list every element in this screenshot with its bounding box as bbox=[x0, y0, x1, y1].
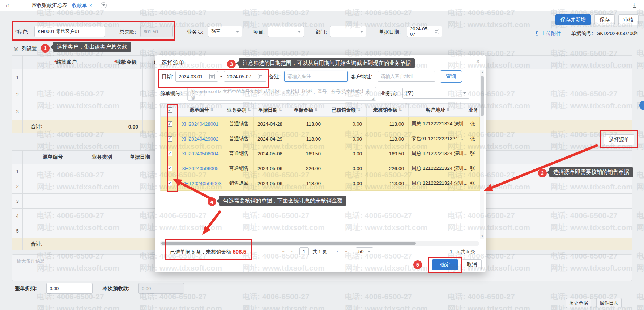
history-docs-button[interactable]: 历史单据 bbox=[566, 298, 591, 308]
date-from-input[interactable]: 2024-03-01 bbox=[175, 71, 218, 82]
unwritten-cell: -113.00 bbox=[367, 176, 409, 191]
row-checkbox[interactable]: ✓ bbox=[167, 136, 172, 142]
source-row[interactable]: ✓XH20240429002普通销售2024-04-29113.000.0011… bbox=[160, 131, 480, 146]
sort-icon[interactable]: ⇅ bbox=[357, 108, 360, 112]
written-off-cell: 0.00 bbox=[325, 117, 367, 131]
source-doc-link[interactable]: XH20240428001 bbox=[182, 121, 218, 127]
save-button[interactable]: 保存 bbox=[594, 14, 615, 25]
source-no-textarea[interactable] bbox=[187, 87, 376, 101]
download-icon[interactable]: ↓ bbox=[633, 2, 636, 8]
floating-widget[interactable] bbox=[639, 101, 644, 110]
pagination-next-icon[interactable]: › bbox=[336, 248, 338, 254]
chevron-down-icon bbox=[298, 31, 301, 33]
doc-date-cell: 2024-05-06 bbox=[254, 176, 286, 191]
sort-icon[interactable]: ⇅ bbox=[247, 108, 251, 112]
row-checkbox[interactable]: ✓ bbox=[167, 166, 172, 171]
tab-receivable-summary[interactable]: 应收账款汇总表 bbox=[32, 2, 67, 9]
row-checkbox[interactable]: ✓ bbox=[167, 151, 172, 156]
remark-filter-input[interactable]: 请输入备注 bbox=[284, 71, 348, 82]
search-button[interactable]: 查询 bbox=[440, 70, 462, 83]
column-header: *收款金额 bbox=[108, 55, 143, 69]
project-select[interactable] bbox=[268, 26, 304, 37]
home-icon[interactable]: ⌂ bbox=[6, 2, 9, 8]
column-header[interactable]: 单据金额⇅ bbox=[286, 103, 325, 117]
scroll-up-icon[interactable]: ▲ bbox=[480, 71, 485, 74]
tab-list-chevron-icon[interactable] bbox=[101, 2, 107, 8]
discount-input[interactable]: 0.00 bbox=[46, 283, 93, 294]
salesman-select[interactable]: 张三 bbox=[208, 26, 242, 37]
modal-salesman-select[interactable]: (空) bbox=[402, 88, 469, 99]
written-off-cell: 0.00 bbox=[325, 176, 367, 191]
biz-type-cell: 普通销售 bbox=[224, 131, 254, 146]
record-range-label: 1 - 5 共 5 条 bbox=[450, 248, 475, 255]
scrollbar-thumb[interactable] bbox=[161, 242, 416, 245]
source-doc-link[interactable]: XHT20240506003 bbox=[182, 181, 222, 186]
amount-cell: 113.00 bbox=[286, 117, 325, 131]
edit-icon[interactable]: ✎ bbox=[634, 30, 638, 35]
remark-label: 备注: bbox=[269, 74, 281, 80]
confirm-button[interactable]: 确定 bbox=[432, 259, 458, 270]
prepay-label: 本次预收款: bbox=[103, 285, 130, 292]
biz-type-cell: 普通销售 bbox=[224, 146, 254, 161]
tab-receipt[interactable]: 收款单× bbox=[72, 2, 92, 9]
audit-button[interactable]: 审核 bbox=[618, 14, 639, 25]
source-doc-link[interactable]: XH20240506005 bbox=[182, 166, 218, 171]
salesman-cell: 张 bbox=[467, 131, 480, 146]
amount-cell: 169.50 bbox=[286, 146, 325, 161]
select-all-checkbox[interactable]: ✓ bbox=[167, 107, 172, 113]
scroll-down-icon[interactable]: ▼ bbox=[480, 235, 485, 238]
tab-close-icon[interactable]: × bbox=[89, 3, 92, 8]
column-header[interactable]: 源单编号⇅ bbox=[179, 103, 224, 117]
biz-type-cell: 普通销售 bbox=[224, 161, 254, 176]
tab-receipt-label: 收款单 bbox=[72, 2, 87, 8]
column-settings-label[interactable]: 列设置 bbox=[22, 46, 37, 52]
column-header[interactable]: 单据日期⇅ bbox=[254, 103, 286, 117]
page-number-input[interactable]: 1 bbox=[299, 247, 309, 255]
source-row[interactable]: ✓XH20240506005普通销售2024-05-06226.000.0022… bbox=[160, 161, 480, 176]
page-size-select[interactable]: 50 bbox=[356, 247, 373, 255]
column-header[interactable]: 未核销金额⇅ bbox=[367, 103, 409, 117]
pagination-prev-icon[interactable]: ‹ bbox=[291, 248, 293, 254]
select-source-button[interactable]: 选择源单 bbox=[604, 134, 634, 145]
resize-handle-icon[interactable]: ◢ bbox=[372, 96, 374, 100]
watermark-text: 电话: 4006-6500-27网址: www.tdxsoft.com bbox=[636, 209, 644, 233]
sort-icon[interactable]: ⇅ bbox=[314, 108, 317, 112]
column-header[interactable]: 业务 bbox=[467, 103, 480, 117]
scrollbar-thumb[interactable] bbox=[481, 76, 484, 116]
source-row[interactable]: ✓XH20240506004普通销售2024-05-06169.500.0016… bbox=[160, 146, 480, 161]
operation-log-button[interactable]: 操作日志 bbox=[596, 298, 622, 308]
source-doc-link[interactable]: XH20240506004 bbox=[182, 151, 218, 156]
biz-type-cell: 普通销售 bbox=[224, 117, 254, 131]
cancel-button[interactable]: 取消 bbox=[462, 259, 482, 270]
column-header[interactable]: 客户地址⇅ bbox=[409, 103, 467, 117]
pagination-last-icon[interactable]: » bbox=[345, 248, 347, 254]
vertical-scrollbar[interactable]: ▲ ▼ bbox=[480, 70, 484, 239]
column-header[interactable]: 业务类别⇅ bbox=[224, 103, 254, 117]
row-checkbox[interactable]: ✓ bbox=[167, 121, 172, 127]
doc-date-input[interactable]: 2024-05-07 bbox=[407, 26, 442, 37]
address-filter-input[interactable]: 请输入客户地址 bbox=[378, 71, 435, 82]
column-settings-icon[interactable]: ◎ bbox=[14, 45, 18, 52]
source-doc-link[interactable]: XH20240429002 bbox=[182, 136, 218, 142]
sort-icon[interactable]: ⇅ bbox=[210, 108, 213, 112]
customer-input[interactable]: KH0001 零售客户01⋯ bbox=[34, 26, 105, 37]
save-and-new-button[interactable]: 保存并新增 bbox=[555, 14, 591, 25]
horizontal-scrollbar[interactable] bbox=[160, 241, 479, 246]
sort-icon[interactable]: ⇅ bbox=[446, 108, 449, 112]
doc-date-cell: 2024-05-06 bbox=[254, 161, 286, 176]
more-icon[interactable]: ⋯ bbox=[97, 29, 102, 34]
column-header[interactable]: 已核销金额⇅ bbox=[325, 103, 367, 117]
row-checkbox[interactable]: ✓ bbox=[167, 181, 172, 186]
sort-icon[interactable]: ⇅ bbox=[398, 108, 402, 112]
address-cell: 零售01 12122221324 ... bbox=[409, 131, 467, 146]
sort-icon[interactable]: ⇅ bbox=[278, 108, 282, 112]
upload-attachment-link[interactable]: 上传附件 bbox=[541, 30, 561, 37]
department-select[interactable] bbox=[330, 26, 366, 37]
date-to-input[interactable]: 2024-05-07 bbox=[224, 71, 266, 82]
close-icon[interactable]: × bbox=[476, 58, 480, 66]
source-row[interactable]: ✓XHT20240506003销售退回2024-05-06-113.000.00… bbox=[160, 176, 480, 191]
pagination-first-icon[interactable]: « bbox=[282, 248, 285, 254]
annotation-step-4: 4 bbox=[208, 197, 216, 206]
source-no-label: 源单编号: bbox=[160, 90, 182, 97]
source-row[interactable]: ✓XH20240428001普通销售2024-04-28113.000.0011… bbox=[160, 117, 480, 131]
